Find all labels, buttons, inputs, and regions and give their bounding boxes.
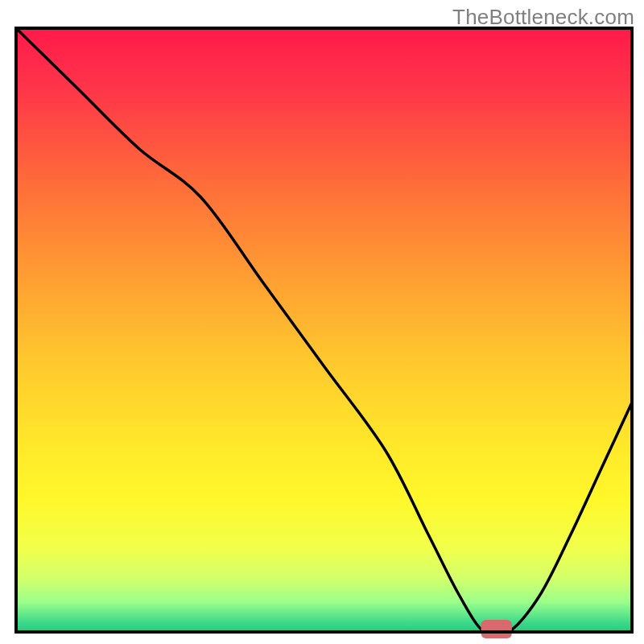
plot-area <box>16 28 632 638</box>
bottleneck-chart <box>0 0 644 644</box>
watermark-label: TheBottleneck.com <box>452 5 634 30</box>
chart-canvas: TheBottleneck.com <box>0 0 644 644</box>
optimal-marker <box>481 620 512 638</box>
